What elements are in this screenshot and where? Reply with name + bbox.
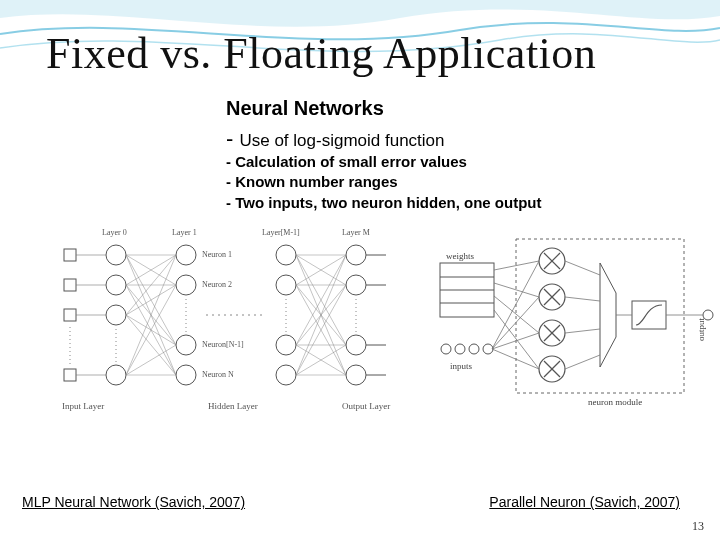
bullet-text: Calculation of small error values: [235, 153, 467, 170]
svg-point-10: [176, 245, 196, 265]
svg-line-112: [565, 355, 600, 369]
bullet-list: - Use of log-sigmoid function - Calculat…: [226, 126, 692, 213]
slide-title: Fixed vs. Floating Application: [46, 28, 692, 79]
svg-rect-1: [64, 279, 76, 291]
svg-point-84: [455, 344, 465, 354]
svg-marker-108: [600, 263, 616, 367]
svg-text:Layer M: Layer M: [342, 228, 370, 237]
svg-text:weights: weights: [446, 251, 474, 261]
bullet-text: Two inputs, two neuron hidden, one outpu…: [235, 194, 541, 211]
svg-rect-0: [64, 249, 76, 261]
svg-point-12: [176, 335, 196, 355]
svg-point-11: [176, 275, 196, 295]
mlp-diagram-icon: Layer 0 Layer 1 Layer[M-1] Layer M Neuro…: [46, 223, 424, 418]
bullet-item: - Calculation of small error values: [226, 152, 692, 172]
svg-text:inputs: inputs: [450, 361, 473, 371]
svg-line-109: [565, 261, 600, 275]
svg-point-23: [346, 335, 366, 355]
svg-text:neuron module: neuron module: [588, 397, 642, 407]
svg-point-19: [276, 365, 296, 385]
figure-parallel-neuron: weights inputs: [432, 223, 720, 418]
svg-text:Neuron N: Neuron N: [202, 370, 234, 379]
bullet-item: - Known number ranges: [226, 172, 692, 192]
svg-rect-3: [64, 369, 76, 381]
bullet-item: - Use of log-sigmoid function: [226, 126, 692, 152]
svg-line-110: [565, 297, 600, 301]
parallel-neuron-diagram-icon: weights inputs: [432, 223, 720, 418]
bullet-item: - Two inputs, two neuron hidden, one out…: [226, 193, 692, 213]
svg-text:Input Layer: Input Layer: [62, 401, 104, 411]
svg-text:output: output: [696, 317, 706, 341]
figure-captions: MLP Neural Network (Savich, 2007) Parall…: [0, 494, 720, 510]
caption-right: Parallel Neuron (Savich, 2007): [489, 494, 680, 510]
figure-mlp: Layer 0 Layer 1 Layer[M-1] Layer M Neuro…: [46, 223, 424, 418]
svg-point-5: [106, 245, 126, 265]
svg-point-22: [346, 275, 366, 295]
svg-text:Layer 0: Layer 0: [102, 228, 127, 237]
svg-line-45: [126, 315, 176, 375]
svg-point-83: [441, 344, 451, 354]
caption-left: MLP Neural Network (Savich, 2007): [22, 494, 245, 510]
svg-text:Hidden Layer: Hidden Layer: [208, 401, 258, 411]
svg-text:Layer[M-1]: Layer[M-1]: [262, 228, 300, 237]
svg-rect-2: [64, 309, 76, 321]
svg-point-17: [276, 275, 296, 295]
svg-point-24: [346, 365, 366, 385]
svg-point-16: [276, 245, 296, 265]
svg-line-102: [494, 296, 539, 333]
svg-line-111: [565, 329, 600, 333]
svg-text:Neuron 1: Neuron 1: [202, 250, 232, 259]
svg-point-85: [469, 344, 479, 354]
slide-subtitle: Neural Networks: [226, 97, 692, 120]
svg-point-7: [106, 305, 126, 325]
svg-text:Neuron 2: Neuron 2: [202, 280, 232, 289]
svg-text:Neuron[N-1]: Neuron[N-1]: [202, 340, 244, 349]
svg-point-18: [276, 335, 296, 355]
svg-point-21: [346, 245, 366, 265]
page-number: 13: [692, 519, 704, 534]
bullet-text: Use of log-sigmoid function: [239, 131, 444, 150]
svg-text:Layer 1: Layer 1: [172, 228, 197, 237]
svg-line-43: [126, 285, 176, 315]
svg-point-6: [106, 275, 126, 295]
svg-line-48: [126, 345, 176, 375]
bullet-text: Known number ranges: [235, 173, 398, 190]
slide: Fixed vs. Floating Application Neural Ne…: [0, 0, 720, 540]
svg-point-8: [106, 365, 126, 385]
svg-point-86: [483, 344, 493, 354]
figure-row: Layer 0 Layer 1 Layer[M-1] Layer M Neuro…: [46, 223, 692, 418]
svg-text:Output Layer: Output Layer: [342, 401, 390, 411]
svg-point-13: [176, 365, 196, 385]
